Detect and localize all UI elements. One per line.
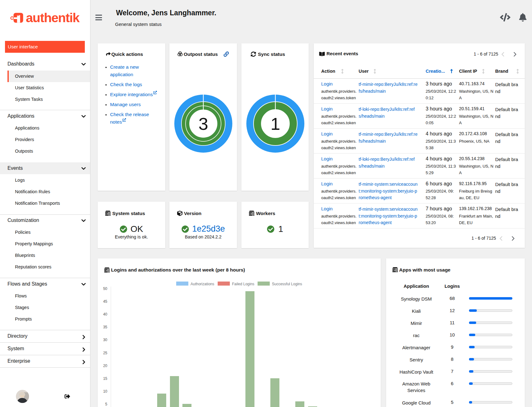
svg-text:1: 1 [270,114,280,134]
svg-text:3: 3 [198,114,208,134]
svg-text:authentik: authentik [26,11,80,25]
